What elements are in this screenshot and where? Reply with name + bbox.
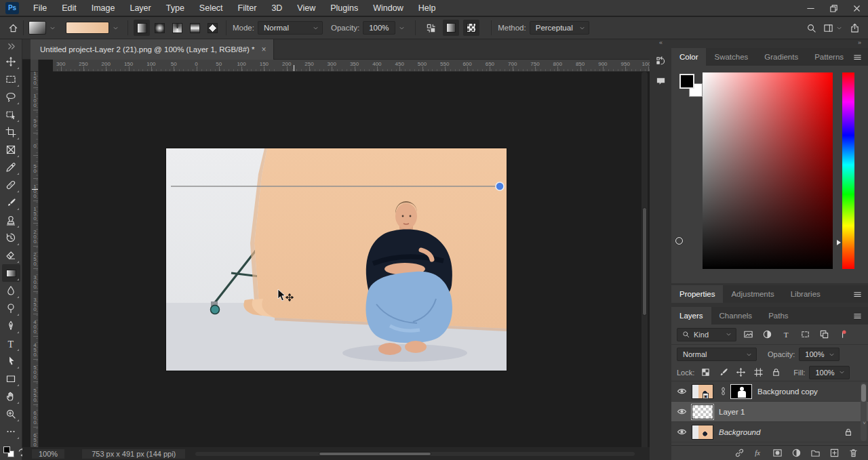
reverse-gradient-toggle[interactable] xyxy=(422,20,439,36)
frame-tool[interactable] xyxy=(2,141,20,159)
menu-image[interactable]: Image xyxy=(84,0,123,16)
comments-panel-icon[interactable] xyxy=(652,72,669,89)
eraser-tool[interactable] xyxy=(2,247,20,264)
expand-panels-icon[interactable]: » xyxy=(858,39,861,46)
document-tab[interactable]: Untitled project-Layer 2 (21).png @ 100%… xyxy=(31,39,274,60)
layer-name[interactable]: Layer 1 xyxy=(719,408,745,416)
ruler-corner[interactable] xyxy=(31,60,39,72)
path-selection-tool[interactable] xyxy=(2,352,20,370)
menu-filter[interactable]: Filter xyxy=(231,0,264,16)
minimize-button[interactable] xyxy=(799,0,822,16)
pen-tool[interactable] xyxy=(2,317,20,335)
zoom-tool[interactable] xyxy=(2,405,20,423)
menu-view[interactable]: View xyxy=(290,0,323,16)
gradient-preview-picker[interactable] xyxy=(66,22,119,34)
tab-patterns[interactable]: Patterns xyxy=(806,48,852,66)
visibility-eye-icon[interactable] xyxy=(671,427,692,437)
filter-toggle-icon[interactable] xyxy=(835,328,850,341)
dither-toggle[interactable] xyxy=(443,20,459,36)
filter-shape-layers-icon[interactable] xyxy=(797,328,812,341)
menu-window[interactable]: Window xyxy=(366,0,410,16)
close-tab-icon[interactable]: × xyxy=(262,45,267,54)
lock-all-icon[interactable] xyxy=(769,367,783,379)
kind-filter-dropdown[interactable]: Kind xyxy=(677,328,736,341)
layer-name[interactable]: Background copy xyxy=(757,388,818,396)
tab-adjustments[interactable]: Adjustments xyxy=(723,285,782,303)
layers-scrollbar[interactable] xyxy=(861,383,867,441)
diamond-gradient-button[interactable] xyxy=(204,20,220,36)
lock-position-icon[interactable] xyxy=(734,367,747,379)
filter-smart-objects-icon[interactable] xyxy=(816,328,831,341)
filter-pixel-layers-icon[interactable] xyxy=(741,328,755,341)
tab-paths[interactable]: Paths xyxy=(760,307,796,325)
saturation-brightness-field[interactable] xyxy=(703,72,833,269)
tab-properties[interactable]: Properties xyxy=(671,285,723,303)
gradient-endpoint-handle[interactable] xyxy=(496,182,504,190)
transparency-toggle[interactable] xyxy=(463,20,479,36)
layer-row[interactable]: ▣Background copy xyxy=(671,381,868,402)
panel-menu-icon[interactable] xyxy=(852,289,863,299)
panel-menu-icon[interactable] xyxy=(852,52,863,62)
menu-layer[interactable]: Layer xyxy=(122,0,158,16)
link-layers-icon[interactable] xyxy=(734,448,745,458)
layer-row[interactable]: Background xyxy=(671,422,868,442)
layer-row[interactable]: Layer 1 xyxy=(671,402,868,422)
layer-name[interactable]: Background xyxy=(719,428,760,436)
lock-transparent-pixels-icon[interactable] xyxy=(698,367,712,379)
new-layer-icon[interactable] xyxy=(829,448,840,458)
method-dropdown[interactable]: Perceptual xyxy=(530,21,589,35)
workspace-switcher[interactable] xyxy=(823,23,843,33)
dodge-tool[interactable] xyxy=(2,299,20,317)
edit-toolbar[interactable] xyxy=(2,423,20,440)
layer-thumbnail[interactable] xyxy=(692,425,713,440)
horizontal-scrollbar[interactable] xyxy=(195,452,635,456)
vertical-scrollbar[interactable] xyxy=(642,72,648,460)
spot-healing-brush-tool[interactable] xyxy=(2,176,20,194)
horizontal-ruler[interactable]: ˅ 30025020015010050050100150200250300350… xyxy=(53,60,650,72)
gradient-preset-picker[interactable] xyxy=(28,21,56,35)
zoom-level[interactable]: 100% xyxy=(32,449,64,459)
reflected-gradient-button[interactable] xyxy=(186,20,203,36)
linear-gradient-button[interactable] xyxy=(134,20,150,36)
menu-select[interactable]: Select xyxy=(192,0,231,16)
mask-link-icon[interactable] xyxy=(719,387,728,396)
tab-gradients[interactable]: Gradients xyxy=(756,48,806,66)
search-icon[interactable] xyxy=(806,23,816,33)
radial-gradient-button[interactable] xyxy=(151,20,167,36)
clone-stamp-tool[interactable] xyxy=(2,211,20,229)
scrollbar-thumb[interactable] xyxy=(642,207,647,316)
object-selection-tool[interactable] xyxy=(2,106,20,123)
filter-type-layers-icon[interactable]: T xyxy=(778,328,793,341)
fill-dropdown[interactable]: 100% xyxy=(809,366,849,379)
type-tool[interactable]: T xyxy=(2,335,20,352)
tab-layers[interactable]: Layers xyxy=(671,307,711,325)
blur-tool[interactable] xyxy=(2,282,20,299)
history-panel-icon[interactable] xyxy=(652,52,669,68)
lasso-tool[interactable] xyxy=(2,88,20,106)
angle-gradient-button[interactable] xyxy=(169,20,185,36)
menu-edit[interactable]: Edit xyxy=(54,0,84,16)
eyedropper-tool[interactable] xyxy=(2,159,20,176)
rectangular-marquee-tool[interactable] xyxy=(2,70,20,88)
hue-slider-arrow[interactable] xyxy=(837,240,841,245)
new-group-icon[interactable] xyxy=(810,448,821,458)
scrollbar-thumb[interactable] xyxy=(319,452,431,456)
move-tool[interactable] xyxy=(2,53,20,70)
scrollbar-thumb[interactable] xyxy=(861,384,866,402)
share-icon[interactable] xyxy=(850,23,860,33)
tab-color[interactable]: Color xyxy=(671,48,706,66)
foreground-background-swatches[interactable] xyxy=(679,74,703,97)
menu-file[interactable]: File xyxy=(26,0,54,16)
mode-dropdown[interactable]: Normal xyxy=(258,21,323,35)
tab-channels[interactable]: Channels xyxy=(711,307,761,325)
layer-opacity-dropdown[interactable]: 100% xyxy=(799,348,839,361)
visibility-eye-icon[interactable] xyxy=(671,386,692,396)
tab-swatches[interactable]: Swatches xyxy=(706,48,756,66)
visibility-eye-icon[interactable] xyxy=(671,406,692,417)
menu-help[interactable]: Help xyxy=(411,0,443,16)
blend-mode-dropdown[interactable]: Normal xyxy=(677,348,757,361)
add-layer-mask-icon[interactable] xyxy=(772,448,783,458)
menu-type[interactable]: Type xyxy=(159,0,192,16)
canvas[interactable] xyxy=(166,148,507,371)
lock-image-pixels-icon[interactable] xyxy=(716,367,730,379)
